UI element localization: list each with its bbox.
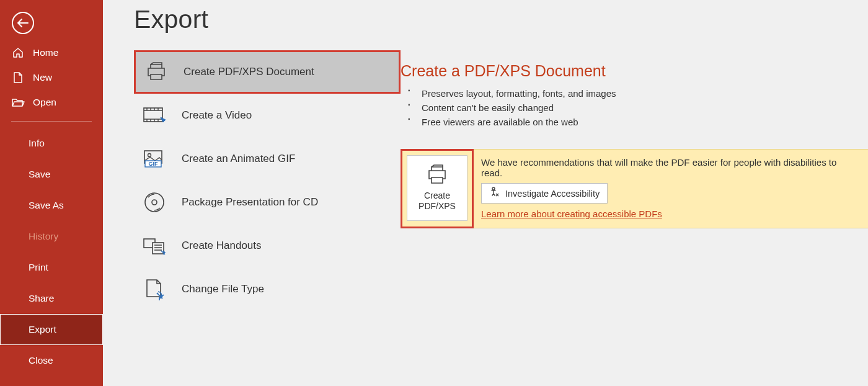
accessibility-banner: We have recommendations that will make t… bbox=[474, 149, 868, 228]
export-option-label: Create an Animated GIF bbox=[182, 153, 295, 165]
export-option-package-cd[interactable]: Package Presentation for CD bbox=[134, 181, 401, 224]
nav-label: Info bbox=[29, 138, 45, 149]
nav-save-as[interactable]: Save As bbox=[0, 190, 103, 221]
export-option-label: Create Handouts bbox=[182, 240, 262, 252]
nav-save[interactable]: Save bbox=[0, 159, 103, 190]
export-option-label: Package Presentation for CD bbox=[182, 196, 318, 209]
printer-icon bbox=[143, 62, 169, 82]
page-title: Export bbox=[134, 5, 401, 34]
back-arrow-icon bbox=[12, 12, 34, 34]
export-option-label: Create a Video bbox=[182, 109, 252, 122]
create-pdf-xps-button[interactable]: Create PDF/XPS bbox=[407, 155, 467, 221]
nav-label: Share bbox=[29, 293, 54, 304]
nav-label: History bbox=[29, 231, 58, 242]
export-option-pdf-xps[interactable]: Create PDF/XPS Document bbox=[134, 50, 401, 94]
nav-label: Save As bbox=[29, 200, 64, 211]
cd-icon bbox=[141, 191, 167, 213]
nav-info[interactable]: Info bbox=[0, 128, 103, 159]
banner-text: We have recommendations that will make t… bbox=[481, 157, 857, 178]
svg-point-2 bbox=[148, 154, 151, 157]
detail-bullet: Content can't be easily changed bbox=[408, 101, 868, 115]
export-option-gif[interactable]: GIF Create an Animated GIF bbox=[134, 137, 401, 181]
nav-export[interactable]: Export bbox=[0, 314, 103, 345]
svg-text:GIF: GIF bbox=[149, 161, 159, 167]
export-option-video[interactable]: Create a Video bbox=[134, 94, 401, 137]
export-options-column: Export Create PDF/XPS Document Create a … bbox=[103, 0, 401, 386]
gif-icon: GIF bbox=[141, 150, 167, 168]
change-file-type-icon bbox=[141, 278, 167, 300]
nav-share[interactable]: Share bbox=[0, 283, 103, 314]
detail-bullet: Free viewers are available on the web bbox=[408, 115, 868, 129]
nav-home[interactable]: Home bbox=[0, 40, 103, 65]
home-icon bbox=[11, 47, 25, 59]
nav-label: Print bbox=[29, 262, 48, 273]
nav-label: Home bbox=[33, 47, 58, 58]
printer-icon bbox=[425, 164, 450, 188]
svg-point-6 bbox=[152, 200, 157, 205]
svg-point-9 bbox=[492, 187, 495, 190]
export-option-label: Change File Type bbox=[182, 283, 264, 295]
detail-panel: Create a PDF/XPS Document Preserves layo… bbox=[401, 0, 868, 386]
handouts-icon bbox=[141, 236, 167, 256]
nav-label: New bbox=[33, 72, 52, 83]
svg-point-5 bbox=[145, 193, 164, 212]
nav-label: Save bbox=[29, 169, 50, 180]
create-btn-label: Create PDF/XPS bbox=[418, 191, 456, 212]
open-folder-icon bbox=[11, 97, 25, 108]
new-file-icon bbox=[11, 71, 25, 84]
detail-title: Create a PDF/XPS Document bbox=[401, 62, 868, 80]
nav-list: Home New Open Info Save Save As History bbox=[0, 40, 103, 376]
learn-more-link[interactable]: Learn more about creating accessible PDF… bbox=[481, 209, 662, 219]
create-pdf-highlight: Create PDF/XPS bbox=[401, 149, 474, 228]
accessibility-icon bbox=[489, 187, 500, 200]
backstage-sidebar: Home New Open Info Save Save As History bbox=[0, 0, 103, 386]
action-row: Create PDF/XPS We have recommendations t… bbox=[401, 149, 868, 228]
nav-history[interactable]: History bbox=[0, 221, 103, 252]
investigate-label: Investigate Accessibility bbox=[505, 189, 600, 199]
nav-label: Close bbox=[29, 355, 53, 366]
nav-divider bbox=[11, 121, 92, 122]
detail-bullet: Preserves layout, formatting, fonts, and… bbox=[408, 86, 868, 101]
export-option-handouts[interactable]: Create Handouts bbox=[134, 224, 401, 267]
nav-open[interactable]: Open bbox=[0, 90, 103, 115]
nav-label: Export bbox=[29, 324, 56, 335]
nav-close[interactable]: Close bbox=[0, 345, 103, 376]
export-option-change-file-type[interactable]: Change File Type bbox=[134, 267, 401, 311]
nav-new[interactable]: New bbox=[0, 65, 103, 90]
video-icon bbox=[141, 106, 167, 125]
investigate-accessibility-button[interactable]: Investigate Accessibility bbox=[481, 183, 608, 204]
export-option-label: Create PDF/XPS Document bbox=[184, 66, 314, 78]
back-button[interactable] bbox=[6, 6, 39, 39]
nav-print[interactable]: Print bbox=[0, 252, 103, 283]
detail-bullets: Preserves layout, formatting, fonts, and… bbox=[408, 86, 868, 129]
main-content: Export Create PDF/XPS Document Create a … bbox=[103, 0, 868, 386]
nav-label: Open bbox=[33, 97, 56, 108]
